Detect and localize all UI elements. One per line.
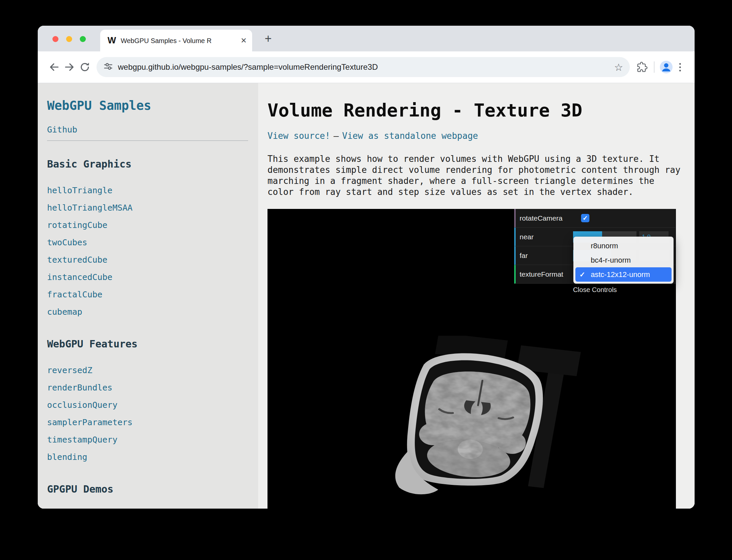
sidebar-heading-webgpu-features: WebGPU Features: [47, 338, 258, 350]
rotateCamera-checkbox[interactable]: ✓: [581, 214, 589, 222]
textureFormat-label: textureFormat: [516, 270, 573, 278]
forward-icon[interactable]: [62, 59, 77, 75]
site-settings-icon[interactable]: [103, 61, 113, 73]
far-label: far: [516, 252, 573, 260]
reload-icon[interactable]: [77, 59, 93, 75]
tab-close-icon[interactable]: ✕: [241, 36, 247, 45]
sidebar-heading-basic-graphics: Basic Graphics: [47, 158, 258, 170]
github-link[interactable]: Github: [47, 125, 258, 134]
browser-toolbar: webgpu.github.io/webgpu-samples/?sample=…: [38, 51, 695, 83]
sidebar-item-instancedCube[interactable]: instancedCube: [47, 269, 258, 286]
sidebar-item-timestampQuery[interactable]: timestampQuery: [47, 431, 258, 449]
browser-window: W WebGPU Samples - Volume R ✕ + webgpu.g…: [38, 26, 695, 509]
webgpu-favicon-icon: W: [108, 35, 116, 46]
sidebar-item-occlusionQuery[interactable]: occlusionQuery: [47, 396, 258, 414]
sidebar-item-rotatingCube[interactable]: rotatingCube: [47, 217, 258, 234]
sidebar-heading-gpgpu-demos: GPGPU Demos: [47, 483, 258, 495]
new-tab-button[interactable]: +: [261, 32, 276, 46]
sidebar-item-helloTriangle[interactable]: helloTriangle: [47, 182, 258, 199]
traffic-light-zoom[interactable]: [80, 36, 86, 42]
dropdown-option-r8unorm[interactable]: r8unorm: [575, 239, 672, 253]
sidebar-item-computeBoids[interactable]: computeBoids: [47, 507, 258, 509]
url-text: webgpu.github.io/webgpu-samples/?sample=…: [118, 62, 611, 72]
near-label: near: [516, 233, 573, 241]
back-icon[interactable]: [46, 59, 62, 75]
standalone-link[interactable]: View as standalone webpage: [342, 131, 478, 141]
sidebar-item-texturedCube[interactable]: texturedCube: [47, 251, 258, 269]
tab-title: WebGPU Samples - Volume R: [121, 36, 237, 45]
dropdown-option-bc4-r-unorm[interactable]: bc4-r-unorm: [575, 253, 672, 267]
mri-brain-image: [368, 336, 581, 509]
traffic-light-minimize[interactable]: [66, 36, 72, 42]
sidebar-item-cubemap[interactable]: cubemap: [47, 303, 258, 321]
bookmark-star-icon[interactable]: ☆: [614, 61, 623, 73]
sidebar: WebGPU Samples Github Basic Graphics hel…: [38, 83, 258, 509]
sidebar-divider: [47, 141, 248, 141]
dropdown-option-label: astc-12x12-unorm: [591, 270, 650, 279]
sidebar-title: WebGPU Samples: [47, 98, 258, 113]
extensions-puzzle-icon[interactable]: [634, 59, 650, 75]
address-bar[interactable]: webgpu.github.io/webgpu-samples/?sample=…: [97, 57, 630, 77]
view-source-link[interactable]: View source!: [267, 131, 330, 141]
browser-tab[interactable]: W WebGPU Samples - Volume R ✕: [100, 30, 252, 51]
sample-description: This example shows how to render volumes…: [267, 154, 682, 198]
gui-row-rotateCamera: rotateCamera ✓: [514, 209, 676, 228]
tab-strip: W WebGPU Samples - Volume R ✕ +: [38, 26, 695, 51]
page-content: WebGPU Samples Github Basic Graphics hel…: [38, 83, 695, 509]
checkmark-icon: ✓: [579, 267, 585, 282]
page-title: Volume Rendering - Texture 3D: [267, 100, 695, 121]
sidebar-item-fractalCube[interactable]: fractalCube: [47, 286, 258, 303]
sidebar-item-helloTriangleMSAA[interactable]: helloTriangleMSAA: [47, 199, 258, 217]
sidebar-item-twoCubes[interactable]: twoCubes: [47, 234, 258, 251]
sample-links: View source!—View as standalone webpage: [267, 131, 695, 141]
textureFormat-dropdown-menu: r8unorm bc4-r-unorm ✓ astc-12x12-unorm: [573, 237, 674, 284]
profile-avatar[interactable]: [659, 59, 674, 75]
sidebar-item-renderBundles[interactable]: renderBundles: [47, 379, 258, 396]
tab-title-fade: [214, 36, 237, 45]
links-separator: —: [334, 131, 339, 141]
sidebar-item-reversedZ[interactable]: reversedZ: [47, 362, 258, 379]
main-content: Volume Rendering - Texture 3D View sourc…: [258, 83, 695, 509]
traffic-light-close[interactable]: [52, 36, 58, 42]
sidebar-item-samplerParameters[interactable]: samplerParameters: [47, 414, 258, 431]
webgpu-canvas[interactable]: rotateCamera ✓ near 1.0 far texture: [267, 209, 676, 509]
browser-menu-icon[interactable]: [674, 63, 686, 71]
dropdown-option-astc-12x12-unorm[interactable]: ✓ astc-12x12-unorm: [575, 267, 672, 282]
rotateCamera-label: rotateCamera: [516, 214, 573, 222]
close-controls-button[interactable]: Close Controls: [514, 284, 676, 296]
sidebar-item-blending[interactable]: blending: [47, 449, 258, 466]
toolbar-divider: [654, 61, 655, 73]
